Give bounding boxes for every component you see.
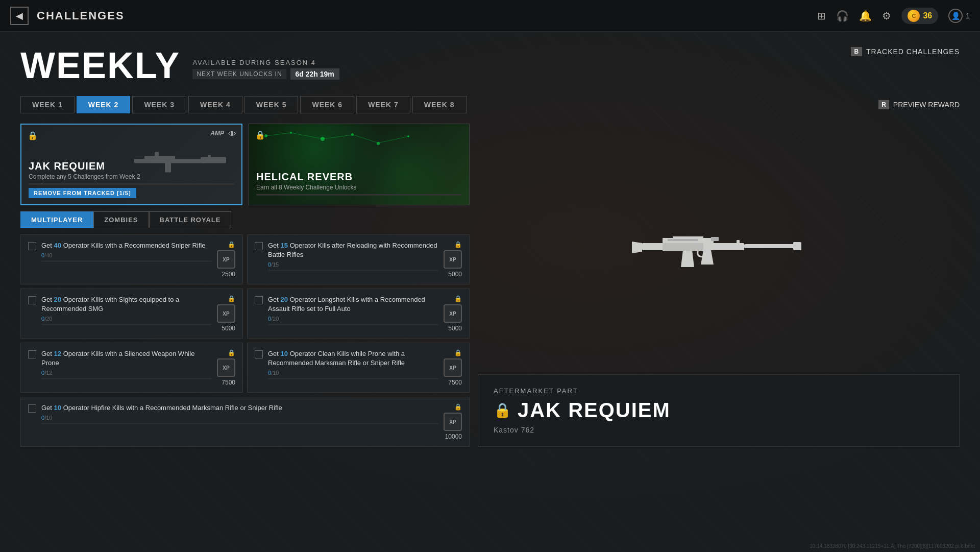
grid-icon[interactable]: ⊞: [817, 10, 826, 22]
challenge-checkbox-1[interactable]: [28, 242, 36, 250]
main-content: WEEKLY AVAILABLE DURING SEASON 4 NEXT WE…: [0, 32, 980, 462]
reward-card-jak-requiem[interactable]: 🔒 AMP 👁 JAK REQUIEM Complete any 5 Chall…: [20, 124, 242, 205]
tab-week7[interactable]: WEEK 7: [356, 96, 410, 113]
back-button[interactable]: ◀: [10, 7, 29, 25]
bell-icon[interactable]: 🔔: [859, 10, 872, 22]
tab-week1[interactable]: WEEK 1: [20, 96, 75, 113]
preview-reward-button[interactable]: R PREVIEW REWARD: [878, 100, 960, 109]
challenge-checkbox-3[interactable]: [28, 296, 36, 304]
svg-line-10: [353, 135, 378, 143]
cod-points-display: C 36: [901, 8, 938, 24]
challenge-checkbox-2[interactable]: [255, 242, 263, 250]
tab-multiplayer[interactable]: MULTIPLAYER: [20, 211, 93, 228]
challenge-bar: [41, 378, 212, 379]
header-meta: AVAILABLE DURING SEASON 4 NEXT WEEK UNLO…: [192, 59, 339, 84]
challenge-info: Get 20 Operator Kills with Sights equipp…: [41, 295, 212, 325]
content-area: 🔒 AMP 👁 JAK REQUIEM Complete any 5 Chall…: [20, 124, 960, 447]
challenge-item-last: Get 10 Operator Hipfire Kills with a Rec…: [20, 397, 470, 447]
settings-icon[interactable]: ⚙: [882, 10, 891, 22]
xp-icon: XP: [444, 250, 462, 269]
challenge-bar: [268, 378, 438, 379]
challenge-info: Get 10 Operator Clean Kills while Prone …: [268, 349, 438, 379]
header-left: WEEKLY AVAILABLE DURING SEASON 4 NEXT WE…: [20, 47, 339, 84]
tracked-label: TRACKED CHALLENGES: [866, 47, 960, 56]
preview-key-badge: R: [878, 100, 889, 109]
weekly-title: WEEKLY: [20, 47, 180, 84]
challenge-right: 🔒 XP 5000: [444, 241, 462, 278]
available-text: AVAILABLE DURING SEASON 4: [192, 59, 339, 66]
challenge-highlight: 20: [54, 296, 61, 303]
reward-cards: 🔒 AMP 👁 JAK REQUIEM Complete any 5 Chall…: [20, 124, 470, 205]
challenge-bar: [41, 324, 212, 325]
challenge-bar: [268, 324, 438, 325]
challenges-grid: Get 40 Operator Kills with a Recommended…: [20, 234, 470, 447]
tab-week5[interactable]: WEEK 5: [244, 96, 299, 113]
challenge-progress-text: 0/15: [268, 261, 438, 268]
challenge-right: 🔒 XP 10000: [444, 403, 462, 440]
svg-line-9: [323, 135, 353, 139]
card-content: HELICAL REVERB Earn all 8 Weekly Challen…: [249, 166, 469, 205]
lock-icon: 🔒: [454, 403, 462, 411]
challenge-right: 🔒 XP 7500: [217, 349, 235, 386]
svg-rect-14: [744, 244, 795, 248]
xp-icon: XP: [444, 304, 462, 323]
challenge-highlight: 10: [54, 404, 61, 412]
xp-icon: XP: [217, 358, 235, 377]
tracked-challenges-button[interactable]: B TRACKED CHALLENGES: [851, 47, 960, 60]
card-type-badge: AMP: [210, 130, 224, 139]
challenge-highlight: 40: [54, 242, 61, 249]
svg-rect-18: [668, 239, 698, 241]
challenge-checkbox-7[interactable]: [28, 404, 36, 413]
challenge-highlight: 20: [281, 296, 288, 303]
cp-value: 36: [923, 11, 932, 20]
tracked-label-badge[interactable]: REMOVE FROM TRACKED [1/5]: [29, 188, 136, 198]
challenge-highlight: 10: [281, 350, 288, 357]
lock-icon: 🔒: [454, 349, 462, 356]
challenge-bar: [268, 270, 438, 271]
tab-week4[interactable]: WEEK 4: [188, 96, 242, 113]
cp-coin-icon: C: [908, 10, 920, 22]
challenge-checkbox-4[interactable]: [255, 296, 263, 304]
tab-battle-royale[interactable]: BATTLE ROYALE: [149, 211, 232, 228]
xp-value: 7500: [222, 379, 235, 386]
xp-value: 5000: [448, 325, 462, 332]
challenge-title: Get 10 Operator Clean Kills while Prone …: [268, 349, 438, 368]
weapon-preview-area: [478, 124, 960, 374]
tab-week6[interactable]: WEEK 6: [300, 96, 354, 113]
card-desc: Earn all 8 Weekly Challenge Unlocks: [256, 184, 462, 191]
challenge-item: Get 12 Operator Kills with a Silenced We…: [20, 343, 243, 393]
tab-week3[interactable]: WEEK 3: [132, 96, 186, 113]
challenge-info: Get 40 Operator Kills with a Recommended…: [41, 241, 212, 262]
challenge-highlight: 15: [281, 242, 288, 249]
operator-icon: 👤: [948, 9, 963, 23]
xp-icon: XP: [444, 358, 462, 377]
xp-icon: XP: [217, 304, 235, 323]
challenge-right: 🔒 XP 5000: [217, 295, 235, 332]
svg-line-7: [266, 133, 291, 136]
eye-icon[interactable]: 👁: [228, 130, 236, 139]
svg-rect-16: [663, 243, 703, 251]
page-title: CHALLENGES: [37, 9, 125, 22]
challenge-item: Get 15 Operator Kills after Reloading wi…: [247, 234, 470, 284]
card-lock-icon: 🔒: [255, 130, 265, 140]
xp-icon: XP: [444, 413, 462, 431]
tab-week2[interactable]: WEEK 2: [77, 96, 131, 113]
svg-rect-20: [711, 237, 719, 241]
reward-card-helical-reverb[interactable]: 🔒 HELICAL REVERB Earn all 8 Weekly Chall…: [249, 124, 470, 205]
tab-zombies[interactable]: ZOMBIES: [93, 211, 149, 228]
tab-week8[interactable]: WEEK 8: [412, 96, 467, 113]
challenge-checkbox-5[interactable]: [28, 350, 36, 358]
tracked-key-badge: B: [851, 47, 862, 56]
progress-total: 20: [273, 316, 279, 322]
challenge-progress-text: 0/40: [41, 252, 212, 258]
headset-icon[interactable]: 🎧: [836, 10, 849, 22]
operator-badge: 👤 1: [948, 9, 970, 23]
xp-value: 5000: [222, 325, 235, 332]
right-panel: AFTERMARKET PART 🔒 JAK REQUIEM Kastov 76…: [478, 124, 960, 447]
progress-total: 40: [46, 252, 52, 258]
debug-info: 10.14.18328070 [30:243.11215+11:A] Tho […: [810, 543, 975, 549]
week-tabs: WEEK 1 WEEK 2 WEEK 3 WEEK 4 WEEK 5 WEEK …: [20, 96, 960, 113]
challenge-checkbox-6[interactable]: [255, 350, 263, 358]
challenge-bar: [41, 260, 212, 262]
xp-value: 10000: [445, 433, 462, 440]
